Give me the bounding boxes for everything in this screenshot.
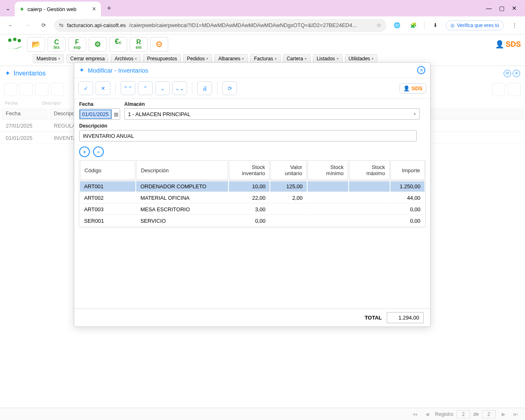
browser-tab[interactable]: ✦ caierp - Gestión web × bbox=[15, 2, 101, 16]
menu-cerrar-empresa[interactable]: Cerrar empresa bbox=[66, 54, 108, 63]
th-stock-min[interactable]: Stock mínimo bbox=[308, 160, 348, 180]
cell-codigo: ART002 bbox=[80, 193, 135, 203]
menu-facturas[interactable]: Facturas▾ bbox=[250, 54, 281, 63]
grid-row[interactable]: SER001SERVICIO0,000,00 bbox=[80, 216, 425, 226]
page-first-button[interactable]: ⏮ bbox=[411, 410, 420, 418]
grid-container: Código Descripción Stock inventario Valo… bbox=[74, 160, 430, 308]
grid-row[interactable]: ART003MESA ESCRITORIO3,000,00 bbox=[80, 204, 425, 215]
almacen-select[interactable]: 1 - ALMACEN PRINCIPAL ▾ bbox=[124, 108, 420, 120]
current-record: 2 bbox=[457, 410, 470, 418]
cell-stock: 0,00 bbox=[229, 216, 269, 226]
fecha-input[interactable] bbox=[80, 110, 112, 119]
confirm-button[interactable]: ✓ bbox=[78, 81, 93, 95]
svg-point-2 bbox=[18, 39, 21, 42]
cell-min bbox=[308, 216, 348, 226]
sds-mini-button[interactable]: 👤 SDS bbox=[399, 83, 426, 94]
descripcion-input[interactable] bbox=[79, 130, 417, 142]
r-em-button[interactable]: R em bbox=[130, 37, 148, 52]
minimize-button[interactable]: — bbox=[486, 5, 492, 11]
f-exp-letter: F bbox=[75, 39, 79, 46]
gear-button[interactable]: ⚙ bbox=[89, 37, 107, 52]
de-label: de bbox=[473, 411, 479, 417]
grid-row[interactable]: ART002MATERIAL OFICINA22,002,0044,00 bbox=[80, 193, 425, 203]
bg-add-button[interactable] bbox=[4, 83, 17, 96]
th-descripcion[interactable]: Descripción bbox=[136, 160, 228, 180]
cancel-button[interactable]: ✕ bbox=[96, 81, 110, 95]
bg-copy-button[interactable] bbox=[35, 83, 48, 96]
separator bbox=[424, 21, 425, 30]
grid-row[interactable]: ART001ORDENADOR COMPLETO10,00125,001.250… bbox=[80, 181, 425, 192]
th-valor-unit[interactable]: Valor unitario bbox=[270, 160, 307, 180]
bg-sds-button[interactable] bbox=[508, 83, 521, 96]
last-record-button[interactable]: ⌄⌄ bbox=[172, 81, 187, 95]
maximize-button[interactable]: ▢ bbox=[499, 5, 504, 11]
cell-desc: SERVICIO bbox=[136, 216, 228, 226]
url-field[interactable]: ⇆ facturacion.api-caisoft.es/caierpweb/c… bbox=[54, 19, 386, 32]
forward-button[interactable]: → bbox=[21, 20, 33, 31]
browser-menu-button[interactable]: ⋮ bbox=[509, 20, 520, 31]
calendar-icon[interactable]: ▦ bbox=[112, 109, 120, 119]
cell-min bbox=[308, 204, 348, 215]
th-stock-max[interactable]: Stock máximo bbox=[349, 160, 390, 180]
bg-edit-button[interactable] bbox=[20, 83, 33, 96]
close-window-button[interactable]: ✕ bbox=[512, 5, 517, 11]
menu-archivos[interactable]: Archivos▾ bbox=[111, 54, 141, 63]
th-importe[interactable]: Importe bbox=[390, 160, 425, 180]
add-line-button[interactable]: + bbox=[79, 146, 90, 157]
orange-gear-button[interactable]: ⚙ bbox=[150, 37, 168, 52]
euro-button[interactable]: € c bbox=[109, 37, 127, 52]
cell-desc: MATERIAL OFICINA bbox=[136, 193, 228, 203]
site-info-icon[interactable]: ⇆ bbox=[59, 22, 64, 28]
sds-badge[interactable]: 👤 SDS bbox=[495, 40, 521, 49]
menu-cartera[interactable]: Cartera▾ bbox=[283, 54, 310, 63]
first-record-button[interactable]: ⌃⌃ bbox=[121, 81, 135, 95]
profile-verify-chip[interactable]: ◎ Verifica que eres tú bbox=[446, 21, 504, 30]
tabs-dropdown[interactable]: ⌄ bbox=[3, 4, 12, 13]
menu-albaranes[interactable]: Albaranes▾ bbox=[215, 54, 248, 63]
section-close-button[interactable]: ✕ bbox=[513, 70, 520, 77]
menu-pedidos[interactable]: Pedidos▾ bbox=[183, 54, 212, 63]
print-button[interactable]: 🖨 bbox=[197, 81, 212, 95]
back-button[interactable]: ← bbox=[5, 20, 16, 31]
downloads-button[interactable]: ⬇ bbox=[429, 20, 441, 31]
cell-desc: ORDENADOR COMPLETO bbox=[136, 181, 228, 192]
r-em-sub: em bbox=[136, 46, 142, 50]
bg-delete-button[interactable] bbox=[51, 83, 64, 96]
bg-user-button[interactable] bbox=[492, 83, 505, 96]
menu-utilidades[interactable]: Utilidades▾ bbox=[345, 54, 378, 63]
window-controls: — ▢ ✕ bbox=[486, 5, 522, 11]
prev-record-button[interactable]: ⌃ bbox=[138, 81, 153, 95]
modal-title-bar: ✦ Modificar - Inventarios ✕ bbox=[74, 63, 430, 78]
extensions-button[interactable]: 🧩 bbox=[408, 20, 419, 31]
remove-line-button[interactable]: − bbox=[93, 146, 104, 157]
cell-valor: 125,00 bbox=[270, 181, 307, 192]
th-stock-inv[interactable]: Stock inventario bbox=[229, 160, 269, 180]
page-last-button[interactable]: ⏭ bbox=[511, 410, 520, 418]
menu-presupuestos[interactable]: Presupuestos bbox=[143, 54, 180, 63]
bookmark-icon[interactable]: ☆ bbox=[377, 22, 381, 28]
next-record-button[interactable]: ⌄ bbox=[155, 81, 170, 95]
reload-button[interactable]: ⟳ bbox=[38, 20, 49, 31]
th-codigo[interactable]: Código bbox=[80, 160, 135, 180]
page-next-button[interactable]: ▶ bbox=[499, 410, 508, 418]
tab-close-icon[interactable]: × bbox=[92, 5, 96, 13]
bg-th-fecha[interactable]: Fecha bbox=[1, 108, 48, 119]
page-prev-button[interactable]: ◀ bbox=[423, 410, 432, 418]
f-exp-button[interactable]: F exp bbox=[68, 37, 86, 52]
modal-close-button[interactable]: ✕ bbox=[417, 66, 425, 74]
menu-maestros[interactable]: Maestros▾ bbox=[33, 54, 64, 63]
address-bar: ← → ⟳ ⇆ facturacion.api-caisoft.es/caier… bbox=[0, 16, 525, 34]
chevron-down-icon: ▾ bbox=[414, 112, 416, 116]
c-tes-button[interactable]: C tes bbox=[48, 37, 66, 52]
refresh-button[interactable]: ⟳ bbox=[222, 81, 237, 95]
section-refresh-button[interactable]: ⟳ bbox=[504, 70, 511, 77]
registro-label: Registro bbox=[435, 411, 454, 417]
cell-valor bbox=[270, 204, 307, 215]
cell-stock: 22,00 bbox=[229, 193, 269, 203]
separator bbox=[115, 82, 116, 94]
euro-sub: c bbox=[119, 40, 121, 45]
menu-listados[interactable]: Listados▾ bbox=[313, 54, 342, 63]
open-folder-button[interactable]: 📂 bbox=[27, 37, 45, 52]
extension-icon[interactable]: 🌐 bbox=[391, 20, 403, 31]
new-tab-button[interactable]: + bbox=[103, 2, 115, 14]
